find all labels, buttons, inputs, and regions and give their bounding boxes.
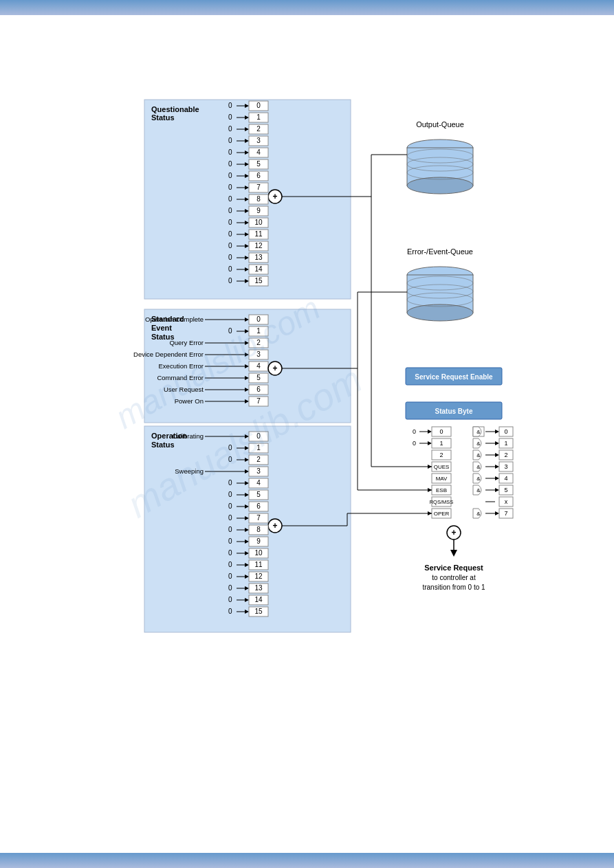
svg-text:MAV: MAV <box>436 476 448 482</box>
svg-text:3: 3 <box>256 137 261 144</box>
top-bar <box>0 0 614 15</box>
svg-point-219 <box>407 177 473 194</box>
svg-marker-259 <box>495 453 499 457</box>
svg-text:+: + <box>272 521 277 531</box>
svg-text:3: 3 <box>256 350 261 358</box>
svg-text:4: 4 <box>256 148 261 156</box>
svg-marker-305 <box>428 465 432 469</box>
svg-text:to controller at: to controller at <box>432 574 476 581</box>
svg-text:0: 0 <box>228 327 232 335</box>
svg-text:0: 0 <box>228 549 232 557</box>
svg-text:0: 0 <box>228 596 232 603</box>
svg-text:0: 0 <box>439 428 443 435</box>
svg-marker-247 <box>428 441 432 445</box>
svg-text:0: 0 <box>228 526 232 533</box>
svg-text:0: 0 <box>228 502 232 510</box>
svg-text:6: 6 <box>256 172 261 179</box>
svg-text:1: 1 <box>439 440 443 447</box>
svg-text:0: 0 <box>228 207 232 214</box>
svg-text:&: & <box>476 476 481 482</box>
svg-text:13: 13 <box>254 254 263 261</box>
svg-text:9: 9 <box>256 207 261 214</box>
svg-text:12: 12 <box>254 572 263 580</box>
svg-text:0: 0 <box>228 195 232 203</box>
svg-text:7: 7 <box>504 510 507 517</box>
svg-text:13: 13 <box>254 584 263 592</box>
svg-text:QUES: QUES <box>434 464 450 470</box>
svg-text:1: 1 <box>504 440 507 447</box>
svg-text:&: & <box>476 452 481 458</box>
svg-text:Power On: Power On <box>175 397 204 405</box>
svg-text:&: & <box>476 464 481 470</box>
svg-marker-266 <box>495 465 499 469</box>
svg-text:Status Byte: Status Byte <box>435 408 472 415</box>
svg-text:Questionable: Questionable <box>151 105 199 113</box>
svg-text:x: x <box>505 498 508 505</box>
svg-text:0: 0 <box>228 561 232 568</box>
svg-text:0: 0 <box>228 514 232 522</box>
svg-text:OPER: OPER <box>434 511 450 517</box>
svg-text:5: 5 <box>256 160 261 168</box>
svg-text:0: 0 <box>228 137 232 144</box>
svg-text:0: 0 <box>228 125 232 133</box>
svg-text:0: 0 <box>228 265 232 273</box>
svg-text:Status: Status <box>151 113 175 122</box>
svg-text:ESB: ESB <box>436 487 447 493</box>
svg-text:Operation Complete: Operation Complete <box>145 315 204 323</box>
svg-text:7: 7 <box>256 183 261 191</box>
svg-text:15: 15 <box>254 277 263 285</box>
svg-marker-298 <box>450 550 457 557</box>
svg-marker-309 <box>428 488 432 492</box>
svg-text:2: 2 <box>439 452 443 458</box>
svg-text:8: 8 <box>256 195 261 203</box>
svg-text:0: 0 <box>228 491 232 498</box>
svg-text:0: 0 <box>228 113 232 121</box>
svg-marker-236 <box>428 430 432 434</box>
svg-text:0: 0 <box>228 479 232 487</box>
svg-text:2: 2 <box>256 339 261 346</box>
svg-text:7: 7 <box>256 514 261 522</box>
svg-marker-292 <box>495 511 499 515</box>
svg-text:Output-Queue: Output-Queue <box>416 120 464 129</box>
svg-text:0: 0 <box>413 428 416 435</box>
svg-marker-252 <box>495 441 499 445</box>
svg-text:Event: Event <box>151 324 172 332</box>
svg-text:12: 12 <box>254 242 263 249</box>
svg-text:0: 0 <box>413 440 416 447</box>
svg-text:Query Error: Query Error <box>169 339 204 346</box>
svg-text:Command Error: Command Error <box>157 374 204 381</box>
svg-text:9: 9 <box>256 537 261 545</box>
svg-text:5: 5 <box>504 487 507 493</box>
svg-text:Error-/Event-Queue: Error-/Event-Queue <box>407 247 473 256</box>
svg-text:0: 0 <box>228 242 232 249</box>
svg-text:0: 0 <box>228 277 232 285</box>
svg-text:0: 0 <box>228 537 232 545</box>
svg-text:14: 14 <box>254 265 263 273</box>
svg-text:0: 0 <box>228 584 232 592</box>
svg-text:11: 11 <box>254 561 263 568</box>
svg-text:4: 4 <box>504 475 507 482</box>
svg-text:0: 0 <box>504 428 507 435</box>
svg-text:0: 0 <box>228 148 232 156</box>
svg-text:0: 0 <box>228 572 232 580</box>
svg-text:&: & <box>476 441 481 447</box>
svg-marker-280 <box>495 488 499 492</box>
svg-text:10: 10 <box>254 219 263 226</box>
svg-text:+: + <box>451 528 456 537</box>
svg-text:Device Dependent Error: Device Dependent Error <box>133 350 204 358</box>
svg-text:RQS/MSS: RQS/MSS <box>430 499 454 505</box>
svg-text:&: & <box>476 487 481 493</box>
svg-text:4: 4 <box>256 479 261 487</box>
svg-text:0: 0 <box>228 183 232 191</box>
svg-text:&: & <box>476 429 481 435</box>
svg-text:3: 3 <box>504 463 507 470</box>
svg-text:&: & <box>476 511 481 517</box>
svg-text:3: 3 <box>256 467 261 475</box>
svg-point-226 <box>407 304 473 321</box>
main-diagram: Questionable Status 0 0 0 1 0 2 0 3 0 4 … <box>0 38 614 863</box>
svg-text:1: 1 <box>256 113 261 121</box>
svg-text:5: 5 <box>256 374 261 381</box>
svg-text:Service Request Enable: Service Request Enable <box>415 373 493 381</box>
svg-text:0: 0 <box>256 315 261 323</box>
svg-text:0: 0 <box>228 160 232 168</box>
